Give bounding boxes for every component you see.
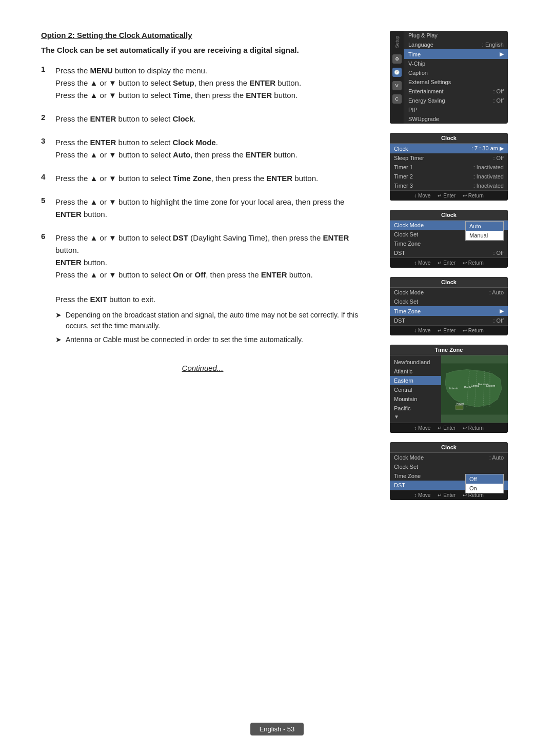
screen2-label-timer1: Timer 1 bbox=[394, 164, 470, 170]
setup-menu-row-sw: SWUpgrade bbox=[404, 114, 508, 124]
screen4-footer-return: ↩ Return bbox=[463, 328, 484, 333]
screen-6-dst: Clock Clock Mode : Auto Clock Set Time Z… bbox=[390, 442, 508, 500]
step-num-1: 1 bbox=[41, 65, 50, 73]
tz-item-atlantic: Atlantic bbox=[390, 367, 441, 376]
setup-label-time: Time bbox=[408, 51, 497, 57]
setup-label-energy: Energy Saving bbox=[408, 97, 490, 104]
setup-menu-row-ent: Entertainment : Off bbox=[404, 87, 508, 96]
step-5: 5 Press the ▲ or ▼ button to highlight t… bbox=[41, 196, 364, 221]
note-arrow-2: ➤ bbox=[55, 334, 63, 345]
screen-4-timezone-select: Clock Clock Mode : Auto Clock Set Time Z… bbox=[390, 277, 508, 335]
setup-sidebar: Setup ⚙ 🕐 V C bbox=[390, 31, 404, 124]
screen2-row-clock: Clock : 7 : 30 am ▶ bbox=[390, 144, 508, 153]
screen2-footer-move: ↕ Move bbox=[414, 193, 430, 198]
screen3-popup-auto: Auto bbox=[466, 222, 503, 231]
setup-menu-row-caption: Caption bbox=[404, 68, 508, 77]
screen6-footer-move: ↕ Move bbox=[414, 492, 430, 498]
continued-text: Continued... bbox=[41, 364, 364, 372]
note-text-1: Depending on the broadcast station and s… bbox=[66, 310, 364, 331]
step-4: 4 Press the ▲ or ▼ button to select Time… bbox=[41, 172, 364, 185]
screen2-row-timer3: Timer 3 : Inactivated bbox=[390, 181, 508, 190]
step-3: 3 Press the ENTER button to select Clock… bbox=[41, 136, 364, 161]
screen4-footer-enter: ↵ Enter bbox=[438, 328, 456, 333]
screen6-footer-enter: ↵ Enter bbox=[438, 492, 456, 498]
setup-menu-row-vchip: V-Chip bbox=[404, 59, 508, 68]
setup-label-ent: Entertainment bbox=[408, 88, 490, 94]
tz-item-newfoundland: Newfoundland bbox=[390, 357, 441, 367]
setup-label-plug: Plug & Play bbox=[408, 32, 504, 38]
step-text-4: Press the ▲ or ▼ button to select Time Z… bbox=[55, 172, 318, 185]
setup-value-ent: : Off bbox=[493, 88, 504, 94]
sidebar-icon-time: 🕐 bbox=[392, 68, 402, 77]
screen2-value-timer3: : Inactivated bbox=[473, 183, 504, 189]
svg-rect-11 bbox=[456, 406, 463, 410]
setup-label-sw: SWUpgrade bbox=[408, 116, 504, 122]
screen2-row-timer1: Timer 1 : Inactivated bbox=[390, 163, 508, 172]
step-num-4: 4 bbox=[41, 172, 50, 181]
screen3-row-dst: DST : Off bbox=[390, 248, 508, 257]
screen6-value-mode: : Auto bbox=[489, 454, 504, 461]
step-6: 6 Press the ▲ or ▼ button to select DST … bbox=[41, 232, 364, 348]
step-num-6: 6 bbox=[41, 232, 50, 241]
svg-text:Atlantic: Atlantic bbox=[449, 387, 459, 390]
svg-text:Hawaii: Hawaii bbox=[457, 402, 464, 405]
tz-item-pacific: Pacific bbox=[390, 404, 441, 413]
step-text-6: Press the ▲ or ▼ button to select DST (D… bbox=[55, 232, 364, 348]
step-text-1: Press the MENU button to display the men… bbox=[55, 65, 301, 102]
svg-text:Eastern: Eastern bbox=[486, 384, 495, 387]
step-num-5: 5 bbox=[41, 196, 50, 205]
screen6-label-set: Clock Set bbox=[394, 464, 504, 470]
screen3-label-tz: Time Zone bbox=[394, 241, 504, 247]
screen5-footer-move: ↕ Move bbox=[414, 425, 430, 431]
screen2-label-timer2: Timer 2 bbox=[394, 173, 470, 180]
note-1: ➤ Depending on the broadcast station and… bbox=[55, 310, 364, 331]
setup-label-vchip: V-Chip bbox=[408, 61, 504, 67]
step-text-2: Press the ENTER button to select Clock. bbox=[55, 113, 195, 125]
screen5-tz-map: Atlantic Pacific Central Mountain Easter… bbox=[441, 355, 508, 423]
screen4-row-mode: Clock Mode : Auto bbox=[390, 288, 508, 297]
step-num-3: 3 bbox=[41, 136, 50, 145]
setup-arrow-time: ▶ bbox=[500, 51, 504, 57]
screen4-label-mode: Clock Mode bbox=[394, 289, 486, 295]
screen2-row-sleep: Sleep Timer : Off bbox=[390, 153, 508, 163]
setup-menu-row-pip: PIP bbox=[404, 105, 508, 114]
page-number-badge: English - 53 bbox=[250, 723, 304, 735]
setup-menu-row-energy: Energy Saving : Off bbox=[404, 96, 508, 105]
screen5-footer-enter: ↵ Enter bbox=[438, 425, 456, 431]
screen4-label-set: Clock Set bbox=[394, 299, 504, 305]
setup-value-lang: : English bbox=[482, 42, 504, 48]
screen6-row-mode: Clock Mode : Auto bbox=[390, 453, 508, 462]
setup-label-pip: PIP bbox=[408, 107, 504, 113]
screen4-label-dst: DST bbox=[394, 317, 490, 324]
screen2-value-clock: : 7 : 30 am ▶ bbox=[471, 145, 504, 152]
screen-5-tz-list: Time Zone Newfoundland Atlantic Eastern … bbox=[390, 345, 508, 433]
screen4-value-dst: : Off bbox=[493, 317, 504, 324]
screen5-tz-list: Newfoundland Atlantic Eastern Central Mo… bbox=[390, 355, 441, 423]
screen4-footer-move: ↕ Move bbox=[414, 328, 430, 333]
setup-menu-row-time: Time ▶ bbox=[404, 49, 508, 59]
screen2-value-timer2: : Inactivated bbox=[473, 173, 504, 180]
screen2-label-clock: Clock bbox=[394, 146, 468, 152]
screen5-tz-content: Newfoundland Atlantic Eastern Central Mo… bbox=[390, 355, 508, 423]
screen6-popup-on: On bbox=[466, 484, 503, 493]
sidebar-icon-plug: ⚙ bbox=[392, 54, 402, 64]
screen-1-setup: Setup ⚙ 🕐 V C Plug & Play Language : Eng… bbox=[390, 31, 508, 124]
screen-3-clockmode: Clock Clock Mode Clock Set Time Zone DST… bbox=[390, 210, 508, 268]
intro-text: The Clock can be set automatically if yo… bbox=[41, 45, 364, 55]
screen3-popup: Auto Manual bbox=[465, 221, 504, 241]
screen4-footer: ↕ Move ↵ Enter ↩ Return bbox=[390, 325, 508, 335]
screen3-popup-manual: Manual bbox=[466, 231, 503, 240]
screen5-footer-return: ↩ Return bbox=[463, 425, 484, 431]
setup-menu-row-plug: Plug & Play bbox=[404, 31, 508, 40]
screen3-footer-move: ↕ Move bbox=[414, 260, 430, 266]
screen4-arrow-tz: ▶ bbox=[500, 308, 504, 314]
page: Option 2: Setting the Clock Automaticall… bbox=[0, 0, 554, 756]
screen2-value-sleep: : Off bbox=[493, 155, 504, 161]
screen3-label-dst: DST bbox=[394, 250, 490, 256]
screen2-footer: ↕ Move ↵ Enter ↩ Return bbox=[390, 190, 508, 201]
screen3-footer-return: ↩ Return bbox=[463, 260, 484, 266]
screen2-label-sleep: Sleep Timer bbox=[394, 155, 490, 161]
right-column: Setup ⚙ 🕐 V C Plug & Play Language : Eng… bbox=[390, 31, 513, 500]
tz-item-central: Central bbox=[390, 385, 441, 394]
step-text-3: Press the ENTER button to select Clock M… bbox=[55, 136, 298, 161]
